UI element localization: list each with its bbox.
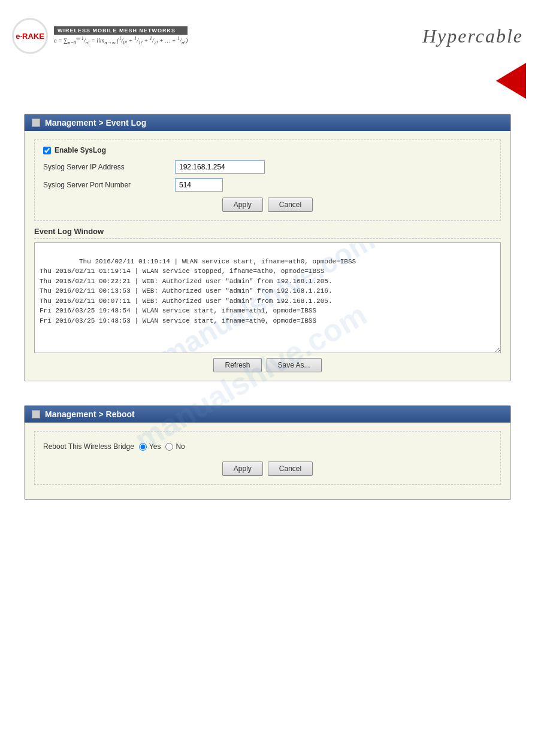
hypercable-logo: Hypercable	[422, 25, 523, 47]
syslog-section: Enable SysLog Syslog Server IP Address S…	[34, 139, 501, 221]
reboot-button-row: Apply Cancel	[43, 462, 492, 476]
reboot-section: Reboot This Wireless Bridge Yes No Apply…	[34, 431, 501, 485]
content-area: Management > Event Log Enable SysLog Sys…	[0, 102, 535, 536]
cancel-syslog-button[interactable]: Cancel	[268, 198, 313, 212]
syslog-ip-row: Syslog Server IP Address	[43, 160, 492, 174]
reboot-no-radio[interactable]	[165, 443, 173, 451]
log-button-row: Refresh Save As...	[34, 358, 501, 372]
event-log-panel: Management > Event Log Enable SysLog Sys…	[24, 114, 511, 381]
event-log-panel-header: Management > Event Log	[25, 114, 510, 131]
reboot-body: Reboot This Wireless Bridge Yes No Apply…	[25, 423, 510, 499]
syslog-port-label: Syslog Server Port Number	[43, 181, 175, 189]
event-log-content[interactable]: Thu 2016/02/11 01:19:14 | WLAN service s…	[34, 242, 501, 353]
panel-header-icon	[32, 119, 40, 127]
syslog-button-row: Apply Cancel	[43, 198, 492, 212]
reboot-panel: Management > Reboot Reboot This Wireless…	[24, 405, 511, 500]
syslog-port-row: Syslog Server Port Number	[43, 178, 492, 192]
reboot-no-option: No	[165, 442, 185, 451]
reboot-yes-option: Yes	[139, 442, 161, 451]
reboot-radio-row: Reboot This Wireless Bridge Yes No	[43, 438, 492, 456]
event-log-body: Enable SysLog Syslog Server IP Address S…	[25, 131, 510, 381]
erake-logo: e·RAKE	[12, 18, 48, 54]
enable-syslog-row: Enable SysLog	[43, 146, 492, 154]
refresh-button[interactable]: Refresh	[213, 358, 261, 372]
page-header: e·RAKE WIRELESS MOBILE MESH NETWORKS e =…	[0, 0, 535, 66]
reboot-yes-label: Yes	[149, 442, 161, 451]
event-log-title: Management > Event Log	[45, 118, 146, 127]
logo-area: e·RAKE WIRELESS MOBILE MESH NETWORKS e =…	[12, 18, 188, 54]
reboot-title: Management > Reboot	[45, 409, 135, 419]
brand-tagline: WIRELESS MOBILE MESH NETWORKS	[54, 26, 188, 35]
apply-reboot-button[interactable]: Apply	[222, 462, 263, 476]
enable-syslog-label: Enable SysLog	[55, 146, 106, 154]
reboot-panel-header: Management > Reboot	[25, 406, 510, 423]
event-log-window-label: Event Log Window	[34, 227, 501, 239]
reboot-no-label: No	[176, 442, 185, 451]
math-formula: e = ∑n=0∞ 1/n! = limn→∞ (1/0! + 1/1! + 1…	[54, 36, 188, 45]
back-arrow-icon[interactable]	[496, 63, 526, 99]
logo-text: WIRELESS MOBILE MESH NETWORKS e = ∑n=0∞ …	[54, 26, 188, 45]
event-log-window-section: Event Log Window Thu 2016/02/11 01:19:14…	[34, 227, 501, 372]
reboot-yes-radio[interactable]	[139, 443, 147, 451]
cancel-reboot-button[interactable]: Cancel	[268, 462, 313, 476]
syslog-ip-label: Syslog Server IP Address	[43, 163, 175, 171]
reboot-panel-icon	[32, 410, 40, 418]
syslog-port-input[interactable]	[175, 178, 223, 192]
syslog-ip-input[interactable]	[175, 160, 265, 174]
reboot-label: Reboot This Wireless Bridge	[43, 442, 134, 451]
log-text: Thu 2016/02/11 01:19:14 | WLAN service s…	[40, 258, 356, 324]
enable-syslog-checkbox[interactable]	[43, 147, 51, 154]
apply-syslog-button[interactable]: Apply	[222, 198, 263, 212]
save-as-button[interactable]: Save As...	[267, 358, 322, 372]
